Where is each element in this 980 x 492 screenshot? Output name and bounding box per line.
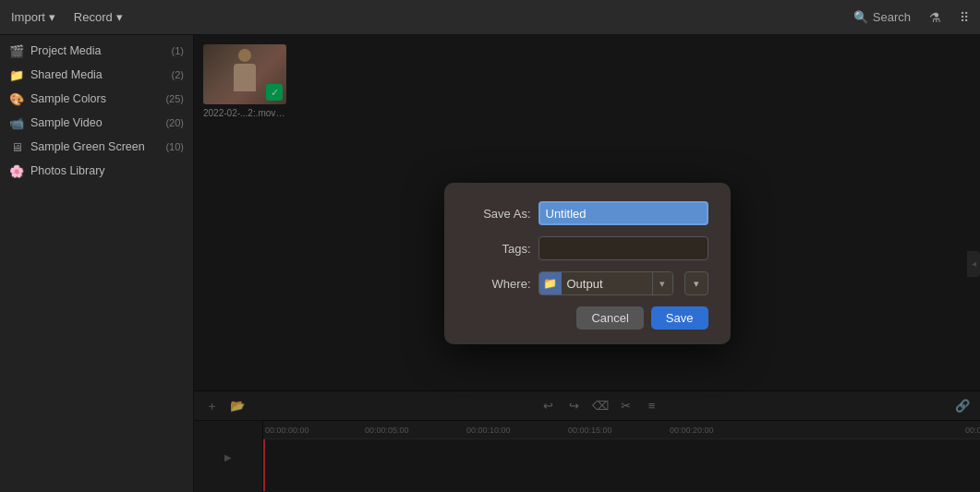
main-layout: 🎬 Project Media (1) 📁 Shared Media (2) 🎨… [0,35,980,492]
save-as-label: Save As: [466,207,531,221]
dialog-overlay: Save As: Tags: Where: 📁 Output ▾ ▾ [194,35,980,492]
sidebar-label-sample-video: Sample Video [30,116,159,129]
content-area: ◂ ✓ 2022-02-...2:.mov_2_0 [194,35,980,492]
sidebar-item-sample-colors[interactable]: 🎨 Sample Colors (25) [0,87,193,111]
grid-icon[interactable]: ⠿ [960,10,969,25]
filter-icon[interactable]: ⚗ [929,10,941,25]
top-toolbar: Import ▾ Record ▾ 🔍 Search ⚗ ⠿ [0,0,980,35]
sidebar: 🎬 Project Media (1) 📁 Shared Media (2) 🎨… [0,35,194,492]
record-button[interactable]: Record ▾ [74,10,123,24]
tags-label: Tags: [466,242,531,256]
where-value: Output [562,277,652,291]
project-media-icon: 🎬 [9,43,24,58]
import-button[interactable]: Import ▾ [11,10,55,24]
import-label: Import [11,10,45,24]
sidebar-item-photos-library[interactable]: 🌸 Photos Library [0,159,193,183]
sidebar-label-photos-library: Photos Library [30,164,177,177]
save-as-row: Save As: [466,201,708,225]
sidebar-count-sample-colors: (25) [165,93,184,104]
where-row: Where: 📁 Output ▾ ▾ [466,271,708,295]
sidebar-label-sample-colors: Sample Colors [30,92,159,105]
save-dialog: Save As: Tags: Where: 📁 Output ▾ ▾ [444,183,731,344]
sample-colors-icon: 🎨 [9,91,24,106]
dialog-buttons: Cancel Save [466,306,708,330]
sidebar-count-sample-video: (20) [165,117,184,128]
sidebar-label-shared-media: Shared Media [30,68,165,81]
where-dropdown-arrow[interactable]: ▾ [652,272,672,294]
sample-video-icon: 📹 [9,115,24,130]
sidebar-item-sample-video[interactable]: 📹 Sample Video (20) [0,111,193,135]
where-expand-button[interactable]: ▾ [684,271,708,295]
search-button[interactable]: 🔍 Search [853,10,911,24]
record-label: Record [74,10,113,24]
sidebar-item-sample-green-screen[interactable]: 🖥 Sample Green Screen (10) [0,135,193,159]
search-label: Search [873,10,911,24]
sidebar-count-shared-media: (2) [172,69,184,80]
photos-library-icon: 🌸 [9,163,24,178]
shared-media-icon: 📁 [9,67,24,82]
import-chevron: ▾ [49,10,55,24]
where-label: Where: [466,277,531,291]
sidebar-item-project-media[interactable]: 🎬 Project Media (1) [0,39,193,63]
sidebar-count-project-media: (1) [172,45,184,56]
save-button[interactable]: Save [651,306,708,330]
sidebar-item-shared-media[interactable]: 📁 Shared Media (2) [0,63,193,87]
where-select[interactable]: 📁 Output ▾ [538,271,673,295]
sidebar-label-sample-green-screen: Sample Green Screen [30,140,159,153]
sidebar-count-sample-green-screen: (10) [165,141,184,152]
sample-green-screen-icon: 🖥 [9,139,24,154]
tags-input[interactable] [538,236,708,260]
sidebar-label-project-media: Project Media [30,44,165,57]
record-chevron: ▾ [116,10,123,24]
folder-icon: 📁 [539,272,562,294]
tags-row: Tags: [466,236,708,260]
cancel-button[interactable]: Cancel [576,306,643,330]
filename-input[interactable] [538,201,708,225]
search-icon: 🔍 [853,10,868,24]
